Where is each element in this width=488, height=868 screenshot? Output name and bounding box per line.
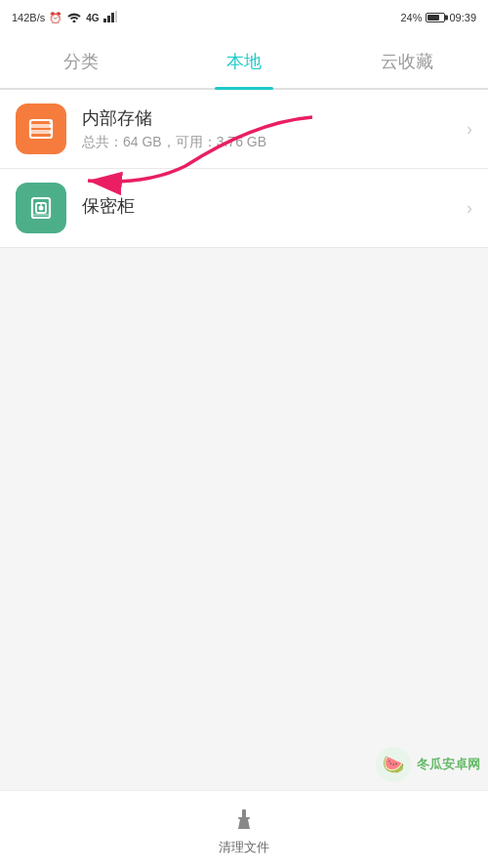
status-left: 142B/s ⏰ 4G xyxy=(12,11,117,24)
safe-title: 保密柜 xyxy=(82,194,459,218)
svg-point-8 xyxy=(50,125,53,128)
status-right: 24% 09:39 xyxy=(400,12,476,23)
signal-bar xyxy=(103,11,117,24)
safe-text: 保密柜 xyxy=(82,194,459,222)
list-item-internal-storage[interactable]: 内部存储 总共：64 GB，可用：3.76 GB › xyxy=(0,90,488,169)
wifi-icon xyxy=(66,11,82,24)
watermark: 🍉 冬瓜安卓网 xyxy=(376,747,480,782)
svg-rect-17 xyxy=(238,817,250,819)
signal-4g: 4G xyxy=(86,13,99,23)
storage-title: 内部存储 xyxy=(82,106,459,130)
storage-text: 内部存储 总共：64 GB，可用：3.76 GB xyxy=(82,106,459,151)
svg-rect-1 xyxy=(107,16,110,22)
watermark-label: 冬瓜安卓网 xyxy=(417,756,480,773)
tab-bar: 分类 本地 云收藏 xyxy=(0,35,488,90)
app-container: 142B/s ⏰ 4G 24% 09:39 xyxy=(0,0,488,868)
list-item-safe-box[interactable]: 保密柜 › xyxy=(0,169,488,248)
tab-local[interactable]: 本地 xyxy=(163,35,326,88)
svg-rect-4 xyxy=(30,120,52,138)
alarm-icon: ⏰ xyxy=(49,12,62,24)
clean-files-button[interactable]: 清理文件 xyxy=(219,804,269,856)
tab-categories[interactable]: 分类 xyxy=(0,35,163,88)
svg-rect-5 xyxy=(30,124,52,128)
status-bar: 142B/s ⏰ 4G 24% 09:39 xyxy=(0,0,488,35)
svg-rect-0 xyxy=(103,19,106,22)
svg-rect-3 xyxy=(115,11,117,22)
clock: 09:39 xyxy=(449,12,476,23)
clean-files-label: 清理文件 xyxy=(219,839,269,856)
svg-rect-6 xyxy=(30,130,52,134)
svg-point-7 xyxy=(50,121,53,124)
battery-icon xyxy=(426,13,445,22)
svg-point-9 xyxy=(50,131,53,134)
broom-icon xyxy=(228,804,260,835)
svg-point-12 xyxy=(39,206,44,211)
tab-cloud[interactable]: 云收藏 xyxy=(325,35,488,88)
storage-icon xyxy=(16,103,66,154)
safe-arrow: › xyxy=(467,198,472,219)
storage-arrow: › xyxy=(467,119,472,140)
network-speed: 142B/s xyxy=(12,12,45,23)
battery-percent: 24% xyxy=(400,12,422,23)
bottom-bar: 清理文件 xyxy=(0,790,488,868)
storage-subtitle: 总共：64 GB，可用：3.76 GB xyxy=(82,134,459,151)
watermark-logo: 🍉 xyxy=(376,747,411,782)
list-container: 内部存储 总共：64 GB，可用：3.76 GB › xyxy=(0,90,488,248)
safe-icon xyxy=(16,183,66,233)
svg-rect-2 xyxy=(111,13,114,22)
